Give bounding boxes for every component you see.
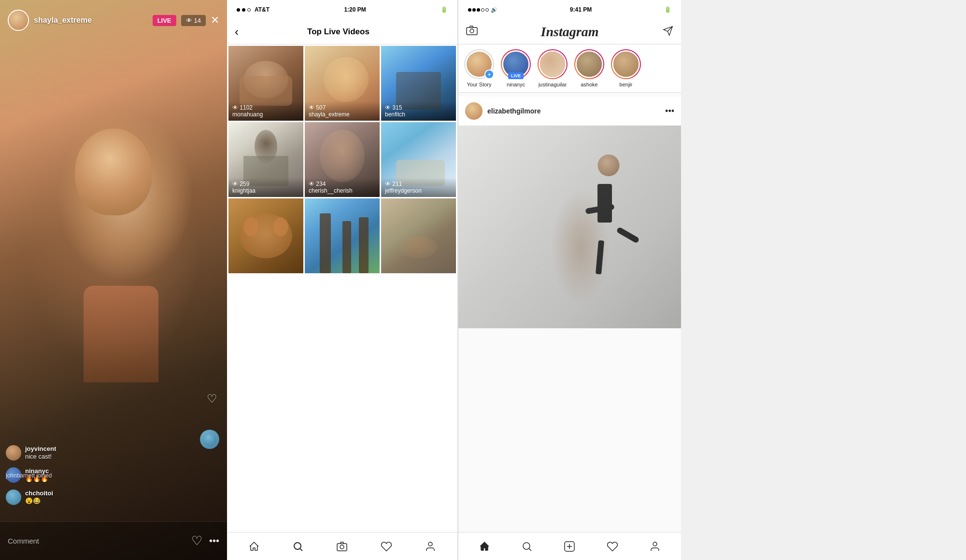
instagram-feed-panel: 🔊 9:41 PM 🔋 Instagram + Your Story [458, 0, 681, 560]
grid-item-dog[interactable] [228, 198, 303, 273]
svg-point-5 [470, 29, 474, 33]
story-avatar-wrap: + [464, 49, 494, 79]
nav-profile-button[interactable] [420, 536, 441, 557]
grid-thumbnail [228, 198, 303, 273]
feed-time: 9:41 PM [570, 6, 592, 13]
live-floating-avatar [200, 430, 219, 454]
status-right: 🔋 [440, 6, 448, 13]
send-button[interactable] [663, 26, 673, 38]
live-video-panel: shayla_extreme LIVE 👁 14 ✕ ♡ joyvincent … [0, 0, 227, 560]
svg-point-10 [653, 542, 657, 546]
grid-thumbnail [381, 198, 456, 273]
grid-item-shayla[interactable]: 👁 507 shayla_extreme [305, 46, 380, 121]
live-more-button[interactable]: ••• [209, 535, 219, 546]
status-time: 1:20 PM [344, 6, 366, 13]
signal-dot [477, 8, 480, 12]
right-padding [681, 0, 966, 560]
grid-item-cherish[interactable]: 👁 234 cherish__cherish [305, 122, 380, 197]
story-avatar-inner [612, 50, 640, 78]
post-author-username: elizabethgilmore [487, 107, 665, 115]
story-avatar-wrap [574, 49, 604, 79]
grid-username: shayla_extreme [309, 111, 376, 118]
story-avatar [540, 52, 565, 77]
bottom-navigation [227, 532, 457, 560]
grid-username: jeffreydgerson [385, 187, 452, 194]
nav-search-button[interactable] [287, 536, 309, 557]
signal-dot [481, 8, 484, 12]
grid-thumbnail [305, 198, 380, 273]
viewer-count: 👁 234 [309, 181, 376, 187]
grid-item-benfitch[interactable]: 👁 315 benfitch [381, 46, 456, 121]
feed-bottom-navigation [458, 532, 681, 560]
story-item-yours[interactable]: + Your Story [464, 49, 494, 87]
feed-nav-search[interactable] [516, 536, 538, 557]
nav-heart-button[interactable] [376, 536, 397, 557]
grid-item-palmtrees[interactable] [305, 198, 380, 273]
signal-dot [485, 8, 489, 12]
post-more-button[interactable]: ••• [665, 106, 674, 116]
feed-signal: 🔊 [468, 7, 497, 13]
post-image [458, 126, 681, 328]
battery-icon: 🔋 [664, 6, 671, 13]
back-button[interactable]: ‹ [235, 25, 239, 39]
carrier-label: AT&T [255, 6, 270, 13]
grid-overlay: 👁 211 jeffreydgerson [381, 178, 456, 197]
signal-dot [472, 8, 476, 12]
wifi-icon: 🔊 [491, 7, 497, 13]
grid-item-beach[interactable] [381, 198, 456, 273]
feed-header: Instagram [458, 19, 681, 44]
grid-item-monahuang[interactable]: 👁 1102 monahuang [228, 46, 303, 121]
grid-overlay: 👁 507 shayla_extreme [305, 101, 380, 121]
grid-overlay: 👁 234 cherish__cherish [305, 178, 380, 197]
grid-item-knightjaa[interactable]: 👁 259 knightjaa [228, 122, 303, 197]
live-heart-float: ♡ [207, 392, 217, 406]
feed-battery: 🔋 [664, 6, 671, 13]
story-label: ninanyc [507, 82, 525, 87]
story-item-ninanyc[interactable]: LIVE ninanyc [501, 49, 531, 87]
feed-nav-home[interactable] [474, 536, 495, 557]
story-avatar-wrap [611, 49, 641, 79]
feed-nav-heart[interactable] [602, 536, 623, 557]
story-avatar-wrap [538, 49, 568, 79]
svg-point-2 [340, 545, 344, 549]
live-user-float-avatar [200, 430, 219, 449]
feed-nav-profile[interactable] [644, 536, 666, 557]
signal-dot [242, 8, 245, 12]
story-item-ashoke[interactable]: ashoke [574, 49, 604, 87]
stories-row: + Your Story LIVE ninanyc justinaguilar [458, 44, 681, 93]
svg-point-0 [294, 543, 301, 549]
story-item-justina[interactable]: justinaguilar [538, 49, 568, 87]
grid-username: cherish__cherish [309, 187, 376, 194]
live-bottom-bar: Comment ♡ ••• [0, 521, 227, 560]
viewer-count: 👁 259 [232, 181, 299, 187]
commenter-avatar [6, 445, 21, 461]
live-streamer-username: shayla_extreme [34, 16, 153, 25]
grid-username: benfitch [385, 111, 452, 118]
viewer-count: 👁 211 [385, 181, 452, 187]
live-comment: joyvincent nice cast! [6, 445, 198, 461]
live-close-button[interactable]: ✕ [211, 14, 219, 27]
post-image-content [458, 126, 681, 328]
live-joined-notification: johnbarnett joined [6, 472, 52, 479]
post-author-avatar [465, 102, 483, 120]
nav-camera-button[interactable] [331, 536, 353, 557]
eye-icon: 👁 [186, 17, 192, 24]
camera-button[interactable] [466, 26, 478, 38]
live-comment-input[interactable]: Comment [8, 537, 191, 545]
status-left: AT&T [237, 6, 270, 13]
live-heart-button[interactable]: ♡ [191, 533, 202, 548]
live-person-area [39, 39, 188, 488]
story-label: benjir [620, 82, 633, 87]
feed-nav-add[interactable] [559, 536, 580, 557]
add-story-button[interactable]: + [484, 70, 494, 79]
viewer-count: 👁 1102 [232, 104, 299, 111]
live-videos-grid: 👁 1102 monahuang 👁 507 shayla_extreme 👁 … [227, 44, 457, 532]
status-bar: AT&T 1:20 PM 🔋 [227, 0, 457, 19]
page-title: Top Live Videos [244, 27, 432, 37]
story-item-benjir[interactable]: benjir [611, 49, 641, 87]
nav-home-button[interactable] [243, 536, 265, 557]
grid-username: monahuang [232, 111, 299, 118]
grid-item-jeffreydgerson[interactable]: 👁 211 jeffreydgerson [381, 122, 456, 197]
feed-post: elizabethgilmore ••• [458, 97, 681, 328]
instagram-logo: Instagram [541, 24, 599, 40]
